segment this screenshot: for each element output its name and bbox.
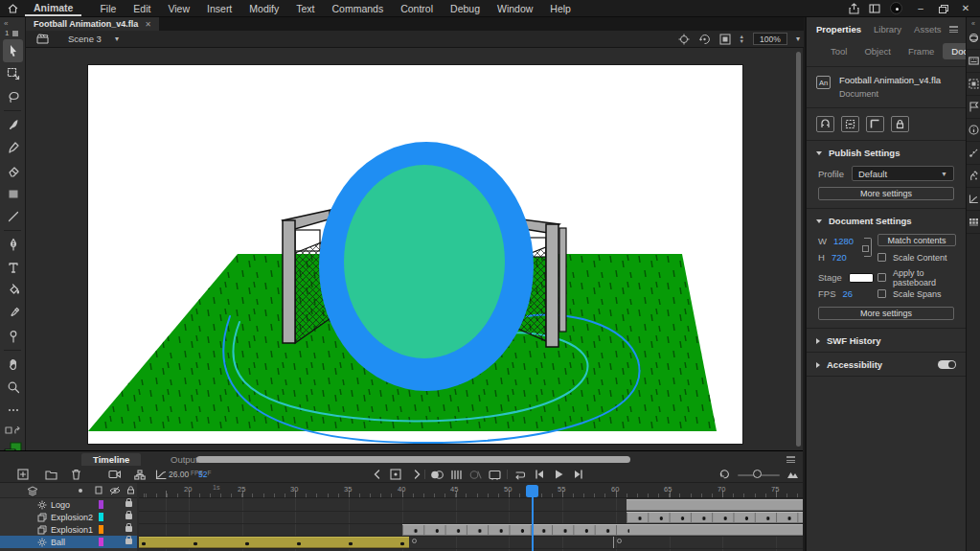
menu-view[interactable]: View bbox=[159, 1, 198, 16]
publish-settings-header[interactable]: Publish Settings bbox=[807, 141, 966, 164]
swatches-icon[interactable] bbox=[967, 211, 980, 234]
playhead[interactable] bbox=[526, 485, 538, 497]
fps-value[interactable]: 26 bbox=[842, 288, 853, 299]
layer-lock-icon[interactable] bbox=[125, 539, 132, 544]
hand-tool[interactable] bbox=[0, 353, 26, 376]
menu-modify[interactable]: Modify bbox=[240, 1, 287, 16]
ball-empty-keyframe[interactable] bbox=[617, 539, 622, 543]
brushes-icon[interactable] bbox=[967, 142, 980, 165]
canvas-horizontal-scrollbar[interactable] bbox=[196, 456, 630, 463]
scene-dropdown-icon[interactable]: ▾ bbox=[115, 34, 119, 43]
visibility-column-icon[interactable] bbox=[109, 486, 121, 495]
explosion2-keyframes[interactable] bbox=[627, 512, 803, 523]
layer-color-swatch[interactable] bbox=[99, 538, 103, 546]
clip-content-button[interactable] bbox=[719, 34, 731, 45]
stage-color-swatch[interactable] bbox=[849, 273, 874, 283]
menu-text[interactable]: Text bbox=[287, 1, 323, 16]
menu-animate[interactable]: Animate bbox=[25, 0, 81, 16]
document-more-settings-button[interactable]: More settings bbox=[818, 307, 954, 320]
menu-debug[interactable]: Debug bbox=[442, 1, 489, 16]
layer-row-explosion2[interactable]: Explosion2 bbox=[0, 511, 137, 523]
tab-close-icon[interactable]: ✕ bbox=[145, 20, 151, 29]
asset-warp-tool[interactable] bbox=[0, 325, 26, 348]
paint-bucket-tool[interactable] bbox=[0, 279, 26, 302]
canvas-vertical-scrollbar[interactable] bbox=[796, 52, 801, 447]
asset-sculpt-icon[interactable] bbox=[967, 165, 980, 188]
publish-more-settings-button[interactable]: More settings bbox=[818, 187, 954, 200]
logo-frame-span[interactable] bbox=[627, 499, 803, 511]
menu-insert[interactable]: Insert bbox=[198, 1, 240, 16]
pen-tool[interactable] bbox=[0, 233, 26, 256]
workspace-icon[interactable] bbox=[869, 4, 880, 13]
graph-editor-icon[interactable] bbox=[967, 188, 980, 211]
scene-breadcrumb[interactable]: Scene 3 bbox=[68, 34, 102, 44]
menu-control[interactable]: Control bbox=[392, 1, 442, 16]
toolbar-drag-icon[interactable] bbox=[12, 31, 18, 36]
timeline-zoom-knob[interactable] bbox=[753, 470, 762, 478]
scale-spans-checkbox[interactable] bbox=[877, 289, 886, 298]
profile-dropdown[interactable]: Default ▼ bbox=[852, 166, 954, 181]
current-frame-display[interactable]: 52F bbox=[198, 470, 211, 479]
timeline-panel-menu-icon[interactable] bbox=[786, 456, 795, 463]
subtab-frame[interactable]: Frame bbox=[900, 43, 943, 59]
delete-layer-button[interactable] bbox=[69, 469, 82, 480]
share-icon[interactable] bbox=[849, 3, 859, 14]
zoom-tool[interactable] bbox=[0, 376, 26, 399]
subtab-tool[interactable]: Tool bbox=[822, 43, 855, 59]
menu-file[interactable]: File bbox=[91, 1, 125, 16]
zoom-dropdown-icon[interactable]: ▾ bbox=[796, 34, 800, 43]
next-keyframe-button[interactable] bbox=[410, 469, 423, 480]
step-back-button[interactable] bbox=[533, 469, 546, 480]
menu-edit[interactable]: Edit bbox=[125, 1, 159, 16]
layer-color-swatch[interactable] bbox=[99, 513, 103, 521]
step-forward-button[interactable] bbox=[572, 469, 585, 480]
classic-brush-tool[interactable] bbox=[0, 136, 26, 159]
add-camera-button[interactable] bbox=[107, 469, 121, 480]
layer-lock-icon[interactable] bbox=[125, 526, 132, 532]
menu-commands[interactable]: Commands bbox=[324, 1, 393, 16]
explosion1-frame-span[interactable] bbox=[629, 524, 803, 536]
lock-button[interactable] bbox=[891, 116, 909, 132]
center-stage-button[interactable] bbox=[678, 34, 690, 45]
previous-keyframe-button[interactable] bbox=[370, 469, 383, 480]
frame-graph-button[interactable] bbox=[154, 469, 168, 480]
ball-tween-span[interactable] bbox=[139, 537, 409, 548]
scale-content-checkbox[interactable] bbox=[877, 253, 886, 262]
snap-to-objects-button[interactable] bbox=[816, 116, 834, 132]
toolbar-collapse-icon[interactable]: « bbox=[0, 17, 25, 28]
onion-skin-button[interactable] bbox=[430, 469, 444, 480]
play-button[interactable] bbox=[552, 469, 565, 480]
onion-skin-outline-button[interactable] bbox=[449, 469, 463, 480]
snap-align-button[interactable] bbox=[841, 116, 859, 132]
stage[interactable] bbox=[88, 65, 742, 444]
clapper-icon[interactable] bbox=[36, 34, 49, 44]
ball-empty-keyframe[interactable] bbox=[412, 539, 417, 543]
loop-button[interactable] bbox=[513, 469, 526, 480]
eyedropper-tool[interactable] bbox=[0, 302, 26, 325]
tab-timeline[interactable]: Timeline bbox=[81, 453, 141, 466]
components-icon[interactable] bbox=[967, 50, 980, 73]
document-tab[interactable]: Football Animation_v4.fla ✕ bbox=[26, 17, 159, 31]
timeline-ruler[interactable]: 1s 20 25 30 35 40 45 50 55 60 65 70 75 bbox=[139, 483, 803, 498]
edit-multiple-frames-button[interactable] bbox=[468, 469, 482, 480]
subtab-object[interactable]: Object bbox=[855, 43, 899, 59]
width-value[interactable]: 1280 bbox=[833, 236, 854, 246]
frame-view-icon[interactable] bbox=[786, 469, 799, 480]
frames-area[interactable]: 1s 20 25 30 35 40 45 50 55 60 65 70 75 bbox=[139, 483, 803, 551]
reset-timeline-zoom-button[interactable] bbox=[718, 469, 732, 480]
new-folder-button[interactable] bbox=[44, 469, 57, 480]
window-close-button[interactable]: ✕ bbox=[957, 3, 974, 13]
lock-column-icon[interactable] bbox=[126, 486, 135, 494]
layer-parenting-button[interactable] bbox=[133, 469, 147, 480]
link-dimensions-icon[interactable] bbox=[864, 238, 872, 257]
rectangle-tool[interactable] bbox=[0, 182, 26, 205]
menu-window[interactable]: Window bbox=[489, 1, 541, 16]
line-tool[interactable] bbox=[0, 205, 26, 228]
layer-color-swatch[interactable] bbox=[99, 500, 103, 509]
match-contents-button[interactable]: Match contents bbox=[877, 234, 956, 246]
align-icon[interactable] bbox=[967, 73, 980, 96]
free-transform-tool[interactable] bbox=[0, 62, 26, 85]
eraser-tool[interactable] bbox=[0, 159, 26, 182]
info-icon[interactable] bbox=[967, 119, 980, 142]
layer-lock-icon[interactable] bbox=[125, 501, 132, 507]
